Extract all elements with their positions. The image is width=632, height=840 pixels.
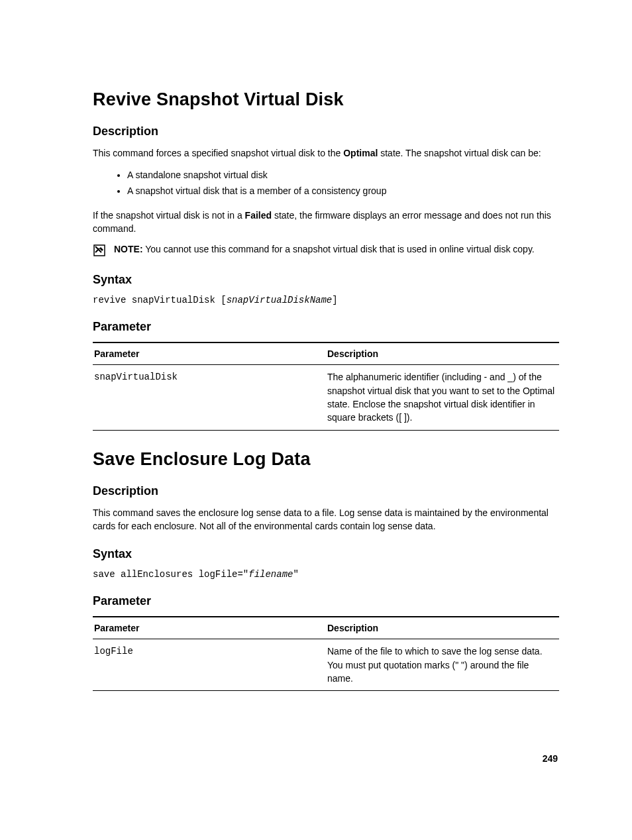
- text: This command forces a specified snapshot…: [93, 148, 343, 158]
- table-cell-desc: The alphanumeric identifier (including -…: [326, 365, 559, 430]
- description-heading: Description: [93, 484, 559, 498]
- code-text: save allEnclosures logFile=": [93, 569, 248, 580]
- text: state. The snapshot virtual disk can be:: [378, 148, 541, 158]
- parameter-heading: Parameter: [93, 594, 559, 608]
- table-cell-param: snapVirtualDisk: [93, 365, 326, 430]
- code-text: ]: [332, 295, 337, 305]
- table-row: snapVirtualDisk The alphanumeric identif…: [93, 365, 559, 430]
- table-header: Parameter: [93, 342, 326, 365]
- code-text: revive snapVirtualDisk [: [93, 295, 227, 305]
- description-paragraph: This command forces a specified snapshot…: [93, 146, 559, 160]
- syntax-heading: Syntax: [93, 547, 559, 561]
- table-row: logFile Name of the file to which to sav…: [93, 639, 559, 691]
- note-icon: [93, 244, 106, 257]
- section-title: Save Enclosure Log Data: [93, 449, 559, 470]
- bold-text: Optimal: [343, 148, 378, 158]
- section-title: Revive Snapshot Virtual Disk: [93, 89, 559, 110]
- table-header: Description: [326, 617, 559, 639]
- table-cell-desc: Name of the file to which to save the lo…: [326, 639, 559, 691]
- note-block: NOTE: You cannot use this command for a …: [93, 243, 559, 257]
- description-paragraph: If the snapshot virtual disk is not in a…: [93, 209, 559, 236]
- list-item: A snapshot virtual disk that is a member…: [127, 184, 559, 199]
- parameter-table: Parameter Description logFile Name of th…: [93, 616, 559, 691]
- list-item: A standalone snapshot virtual disk: [127, 168, 559, 184]
- text: You cannot use this command for a snapsh…: [143, 244, 535, 254]
- code-italic: snapVirtualDiskName: [227, 295, 333, 305]
- page-number: 249: [543, 753, 558, 764]
- description-heading: Description: [93, 125, 559, 138]
- parameter-heading: Parameter: [93, 320, 559, 334]
- bullet-list: A standalone snapshot virtual disk A sna…: [93, 168, 559, 199]
- table-header: Description: [326, 342, 559, 365]
- syntax-code: save allEnclosures logFile="filename": [93, 569, 559, 580]
- syntax-code: revive snapVirtualDisk [snapVirtualDiskN…: [93, 295, 559, 305]
- code-italic: filename: [248, 569, 293, 580]
- document-page: Revive Snapshot Virtual Disk Description…: [0, 0, 632, 840]
- note-text: NOTE: You cannot use this command for a …: [114, 243, 535, 256]
- syntax-heading: Syntax: [93, 273, 559, 287]
- note-label: NOTE:: [114, 244, 143, 254]
- table-header: Parameter: [93, 617, 326, 639]
- bold-text: Failed: [245, 210, 272, 221]
- text: If the snapshot virtual disk is not in a: [93, 210, 245, 221]
- description-paragraph: This command saves the enclosure log sen…: [93, 506, 559, 533]
- table-cell-param: logFile: [93, 639, 326, 691]
- parameter-table: Parameter Description snapVirtualDisk Th…: [93, 342, 559, 430]
- code-text: ": [293, 569, 298, 580]
